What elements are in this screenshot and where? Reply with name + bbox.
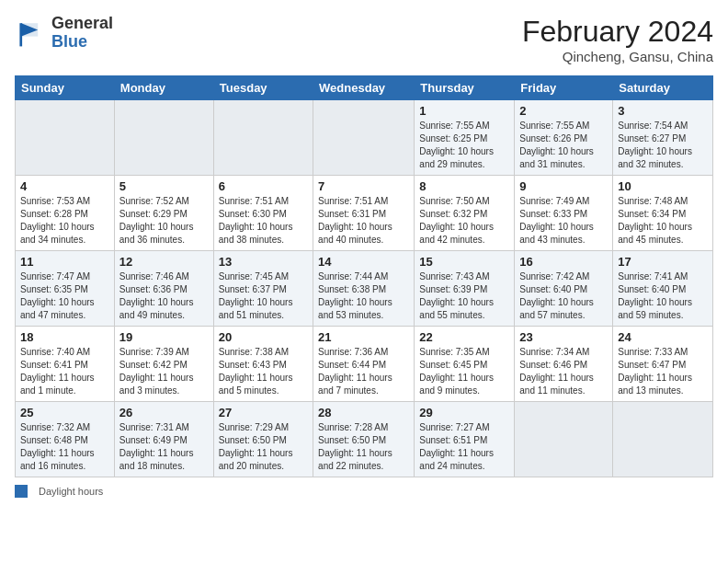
calendar-cell: 4Sunrise: 7:53 AM Sunset: 6:28 PM Daylig…: [16, 176, 115, 251]
day-info: Sunrise: 7:27 AM Sunset: 6:51 PM Dayligh…: [419, 421, 509, 473]
day-info: Sunrise: 7:34 AM Sunset: 6:46 PM Dayligh…: [519, 346, 608, 397]
day-info: Sunrise: 7:52 AM Sunset: 6:29 PM Dayligh…: [119, 195, 209, 247]
calendar-header-row: SundayMondayTuesdayWednesdayThursdayFrid…: [16, 76, 713, 100]
footer: Daylight hours: [15, 485, 713, 498]
calendar-cell: [16, 100, 115, 176]
day-info: Sunrise: 7:45 AM Sunset: 6:37 PM Dayligh…: [219, 270, 308, 322]
calendar-cell: 5Sunrise: 7:52 AM Sunset: 6:29 PM Daylig…: [114, 176, 213, 251]
calendar-week-row: 18Sunrise: 7:40 AM Sunset: 6:41 PM Dayli…: [16, 327, 713, 402]
calendar-cell: 6Sunrise: 7:51 AM Sunset: 6:30 PM Daylig…: [213, 176, 313, 251]
day-number: 10: [618, 179, 708, 193]
day-info: Sunrise: 7:39 AM Sunset: 6:42 PM Dayligh…: [119, 346, 209, 397]
calendar-cell: 1Sunrise: 7:55 AM Sunset: 6:25 PM Daylig…: [415, 100, 515, 176]
day-info: Sunrise: 7:53 AM Sunset: 6:28 PM Dayligh…: [20, 195, 109, 247]
col-header-saturday: Saturday: [613, 76, 713, 100]
calendar-cell: 10Sunrise: 7:48 AM Sunset: 6:34 PM Dayli…: [613, 176, 713, 251]
calendar-cell: 24Sunrise: 7:33 AM Sunset: 6:47 PM Dayli…: [613, 327, 713, 402]
calendar-week-row: 1Sunrise: 7:55 AM Sunset: 6:25 PM Daylig…: [16, 100, 713, 176]
logo: General Blue: [15, 15, 113, 52]
day-number: 14: [318, 255, 409, 269]
calendar-cell: 14Sunrise: 7:44 AM Sunset: 6:38 PM Dayli…: [313, 251, 415, 327]
day-number: 27: [219, 406, 308, 419]
calendar-cell: 28Sunrise: 7:28 AM Sunset: 6:50 PM Dayli…: [313, 402, 415, 477]
day-info: Sunrise: 7:55 AM Sunset: 6:25 PM Dayligh…: [419, 120, 509, 171]
page-header: General Blue February 2024 Qincheng, Gan…: [15, 15, 713, 64]
calendar-cell: 23Sunrise: 7:34 AM Sunset: 6:46 PM Dayli…: [515, 327, 613, 402]
day-number: 28: [318, 406, 409, 419]
day-number: 6: [219, 179, 308, 193]
day-info: Sunrise: 7:38 AM Sunset: 6:43 PM Dayligh…: [219, 346, 308, 397]
title-block: February 2024 Qincheng, Gansu, China: [522, 15, 713, 64]
day-info: Sunrise: 7:54 AM Sunset: 6:27 PM Dayligh…: [618, 120, 708, 171]
calendar-cell: 25Sunrise: 7:32 AM Sunset: 6:48 PM Dayli…: [16, 402, 115, 477]
day-number: 3: [618, 104, 708, 118]
day-info: Sunrise: 7:43 AM Sunset: 6:39 PM Dayligh…: [419, 270, 509, 322]
day-info: Sunrise: 7:40 AM Sunset: 6:41 PM Dayligh…: [20, 346, 109, 397]
calendar-cell: 12Sunrise: 7:46 AM Sunset: 6:36 PM Dayli…: [114, 251, 213, 327]
day-number: 26: [119, 406, 209, 419]
calendar-cell: 7Sunrise: 7:51 AM Sunset: 6:31 PM Daylig…: [313, 176, 415, 251]
calendar-cell: [515, 402, 613, 477]
calendar-cell: 26Sunrise: 7:31 AM Sunset: 6:49 PM Dayli…: [114, 402, 213, 477]
day-number: 15: [419, 255, 509, 269]
month-title: February 2024: [522, 15, 713, 49]
col-header-sunday: Sunday: [16, 76, 115, 100]
calendar-cell: 11Sunrise: 7:47 AM Sunset: 6:35 PM Dayli…: [16, 251, 115, 327]
svg-rect-2: [19, 23, 22, 46]
day-number: 16: [519, 255, 608, 269]
calendar-cell: 16Sunrise: 7:42 AM Sunset: 6:40 PM Dayli…: [515, 251, 613, 327]
day-info: Sunrise: 7:41 AM Sunset: 6:40 PM Dayligh…: [618, 270, 708, 322]
day-info: Sunrise: 7:28 AM Sunset: 6:50 PM Dayligh…: [318, 421, 409, 473]
calendar-cell: 13Sunrise: 7:45 AM Sunset: 6:37 PM Dayli…: [213, 251, 313, 327]
col-header-tuesday: Tuesday: [213, 76, 313, 100]
day-number: 13: [219, 255, 308, 269]
day-number: 24: [618, 330, 708, 344]
calendar-cell: 8Sunrise: 7:50 AM Sunset: 6:32 PM Daylig…: [415, 176, 515, 251]
calendar-week-row: 11Sunrise: 7:47 AM Sunset: 6:35 PM Dayli…: [16, 251, 713, 327]
calendar-table: SundayMondayTuesdayWednesdayThursdayFrid…: [15, 75, 713, 477]
day-info: Sunrise: 7:50 AM Sunset: 6:32 PM Dayligh…: [419, 195, 509, 247]
day-number: 21: [318, 330, 409, 344]
day-number: 11: [20, 255, 109, 269]
day-number: 19: [119, 330, 209, 344]
day-number: 1: [419, 104, 509, 118]
day-number: 18: [20, 330, 109, 344]
day-info: Sunrise: 7:51 AM Sunset: 6:31 PM Dayligh…: [318, 195, 409, 247]
calendar-cell: 29Sunrise: 7:27 AM Sunset: 6:51 PM Dayli…: [415, 402, 515, 477]
col-header-monday: Monday: [114, 76, 213, 100]
day-number: 29: [419, 406, 509, 419]
legend-color-box: [15, 485, 28, 498]
day-info: Sunrise: 7:31 AM Sunset: 6:49 PM Dayligh…: [119, 421, 209, 473]
calendar-cell: 15Sunrise: 7:43 AM Sunset: 6:39 PM Dayli…: [415, 251, 515, 327]
calendar-cell: 17Sunrise: 7:41 AM Sunset: 6:40 PM Dayli…: [613, 251, 713, 327]
calendar-cell: 2Sunrise: 7:55 AM Sunset: 6:26 PM Daylig…: [515, 100, 613, 176]
day-number: 20: [219, 330, 308, 344]
day-info: Sunrise: 7:35 AM Sunset: 6:45 PM Dayligh…: [419, 346, 509, 397]
col-header-wednesday: Wednesday: [313, 76, 415, 100]
day-info: Sunrise: 7:29 AM Sunset: 6:50 PM Dayligh…: [219, 421, 308, 473]
calendar-cell: 20Sunrise: 7:38 AM Sunset: 6:43 PM Dayli…: [213, 327, 313, 402]
logo-icon: [15, 17, 48, 50]
calendar-week-row: 4Sunrise: 7:53 AM Sunset: 6:28 PM Daylig…: [16, 176, 713, 251]
day-info: Sunrise: 7:47 AM Sunset: 6:35 PM Dayligh…: [20, 270, 109, 322]
day-info: Sunrise: 7:51 AM Sunset: 6:30 PM Dayligh…: [219, 195, 308, 247]
day-number: 7: [318, 179, 409, 193]
day-number: 22: [419, 330, 509, 344]
calendar-cell: 27Sunrise: 7:29 AM Sunset: 6:50 PM Dayli…: [213, 402, 313, 477]
day-info: Sunrise: 7:42 AM Sunset: 6:40 PM Dayligh…: [519, 270, 608, 322]
calendar-cell: [213, 100, 313, 176]
day-info: Sunrise: 7:55 AM Sunset: 6:26 PM Dayligh…: [519, 120, 608, 171]
calendar-cell: 22Sunrise: 7:35 AM Sunset: 6:45 PM Dayli…: [415, 327, 515, 402]
calendar-cell: [313, 100, 415, 176]
logo-text: General Blue: [51, 15, 113, 52]
col-header-thursday: Thursday: [415, 76, 515, 100]
day-number: 2: [519, 104, 608, 118]
calendar-week-row: 25Sunrise: 7:32 AM Sunset: 6:48 PM Dayli…: [16, 402, 713, 477]
calendar-cell: 9Sunrise: 7:49 AM Sunset: 6:33 PM Daylig…: [515, 176, 613, 251]
day-info: Sunrise: 7:48 AM Sunset: 6:34 PM Dayligh…: [618, 195, 708, 247]
day-number: 17: [618, 255, 708, 269]
calendar-cell: 18Sunrise: 7:40 AM Sunset: 6:41 PM Dayli…: [16, 327, 115, 402]
day-info: Sunrise: 7:46 AM Sunset: 6:36 PM Dayligh…: [119, 270, 209, 322]
calendar-cell: 21Sunrise: 7:36 AM Sunset: 6:44 PM Dayli…: [313, 327, 415, 402]
day-number: 8: [419, 179, 509, 193]
